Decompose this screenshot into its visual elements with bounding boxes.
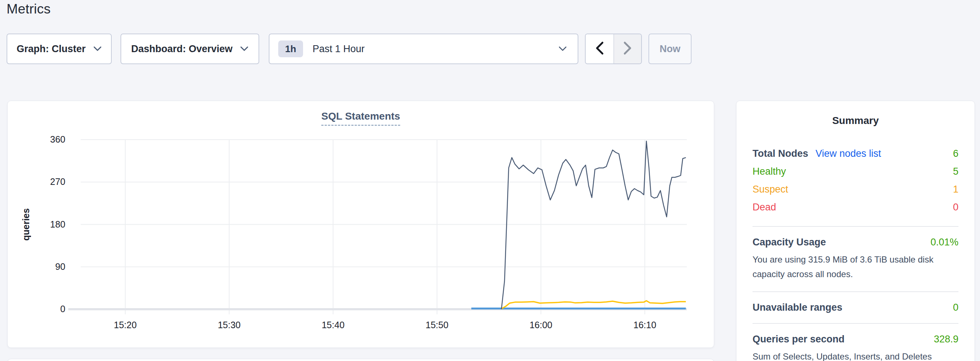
summary-card: Summary Total Nodes View nodes list 6 He… [736,101,975,361]
x-tick-label: 15:40 [307,320,358,330]
x-tick-label: 15:30 [204,320,255,330]
divider [752,323,958,324]
capacity-usage-section: Capacity Usage 0.01% You are using 315.9… [752,237,958,282]
x-tick-label: 16:00 [515,320,566,330]
chevron-down-icon [240,46,249,52]
capacity-usage-label: Capacity Usage [752,237,826,248]
summary-title: Summary [752,115,958,127]
y-tick-label: 360 [8,134,65,145]
y-tick-label: 270 [8,176,65,187]
dashboard-dropdown[interactable]: Dashboard: Overview [121,33,259,64]
divider [752,226,958,227]
time-window-badge: 1h [278,41,303,57]
time-window-selector[interactable]: 1h Past 1 Hour [269,33,578,64]
queries-per-second-value: 328.9 [934,334,958,345]
page-title: Metrics [6,2,51,17]
metrics-page: Metrics Graph: Cluster Dashboard: Overvi… [0,0,980,361]
now-button[interactable]: Now [649,33,692,64]
chart-line-series-1-high [501,141,686,309]
view-nodes-list-link[interactable]: View nodes list [816,148,881,159]
plot-area[interactable] [81,140,687,309]
graph-dropdown[interactable]: Graph: Cluster [6,33,112,64]
dead-label: Dead [752,202,776,213]
queries-per-second-description: Sum of Selects, Updates, Inserts, and De… [752,349,958,361]
suspect-nodes-row: Suspect 1 [752,180,958,198]
queries-per-second-label: Queries per second [752,334,845,345]
sql-statements-chart-card: SQL Statements queries 090180270360 15:2… [7,101,714,348]
unavailable-ranges-label: Unavailable ranges [752,302,842,313]
total-nodes-row: Total Nodes View nodes list 6 [752,145,958,163]
suspect-value: 1 [953,184,958,195]
dashboard-dropdown-label: Dashboard: Overview [131,43,232,55]
y-tick-label: 180 [8,219,65,230]
suspect-label: Suspect [752,184,788,195]
divider [752,291,958,292]
unavailable-ranges-section: Unavailable ranges 0 [752,302,958,313]
x-tick-label: 15:20 [100,320,151,330]
time-window-label: Past 1 Hour [313,43,365,55]
node-status-rows: Total Nodes View nodes list 6 Healthy 5 … [752,145,958,216]
prev-timewindow-button[interactable] [585,34,613,63]
total-nodes-label: Total Nodes [752,148,808,159]
plot-svg [81,140,687,309]
capacity-usage-description: You are using 315.9 MiB of 3.6 TiB usabl… [752,252,958,282]
chart-title[interactable]: SQL Statements [321,111,400,126]
healthy-value: 5 [953,166,958,177]
total-nodes-value: 6 [953,148,958,159]
unavailable-ranges-value: 0 [953,302,958,313]
graph-dropdown-label: Graph: Cluster [16,43,86,55]
healthy-label: Healthy [752,166,786,177]
x-tick-label: 15:50 [412,320,463,330]
x-tick-label: 16:10 [619,320,670,330]
chart-line-series-2-low [501,301,686,309]
y-tick-label: 0 [8,304,65,314]
next-timewindow-button[interactable] [613,34,641,63]
chevron-down-icon [558,46,567,51]
dead-nodes-row: Dead 0 [752,198,958,216]
capacity-usage-value: 0.01% [930,237,958,248]
chevron-left-icon [595,41,604,57]
next-chart-card [7,359,714,361]
chevron-down-icon [93,46,102,52]
queries-per-second-section: Queries per second 328.9 Sum of Selects,… [752,334,958,361]
time-window-arrow-group [585,33,642,64]
y-tick-label: 90 [8,261,65,272]
dead-value: 0 [953,202,958,213]
chevron-right-icon [623,41,632,57]
healthy-nodes-row: Healthy 5 [752,163,958,180]
